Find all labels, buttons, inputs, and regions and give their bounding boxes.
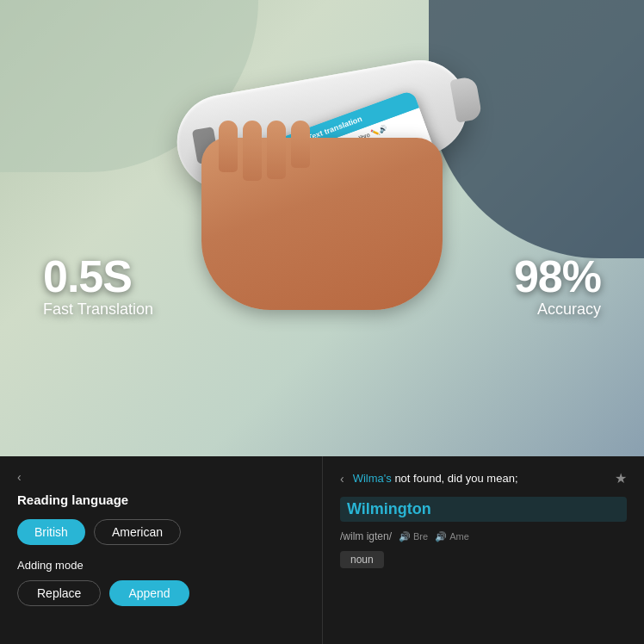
word-phonetic: /wilm igten/ 🔊 Bre 🔊 Ame	[340, 530, 627, 542]
right-panel-header: ‹ Wilma's not found, did you mean; ★	[340, 470, 627, 486]
hand-image	[201, 138, 443, 310]
speaker-ame-icon: 🔊	[435, 531, 447, 542]
word-type-badge: noun	[340, 551, 384, 568]
not-found-text: Wilma's not found, did you mean;	[353, 472, 615, 485]
finger-4	[291, 121, 310, 168]
stat-left-label: Fast Translation	[43, 300, 153, 319]
language-buttons: British American	[17, 519, 305, 545]
speaker-bre-icon: 🔊	[399, 531, 411, 542]
stat-right-value: 98%	[514, 254, 601, 299]
phonetic-text: /wilm igten/	[340, 530, 392, 542]
bottom-section: ‹ Reading language British American Addi…	[0, 456, 644, 644]
bre-audio[interactable]: 🔊 Bre	[399, 531, 428, 542]
pen-tip	[449, 76, 482, 122]
ame-label: Ame	[449, 531, 469, 542]
ame-audio[interactable]: 🔊 Ame	[435, 531, 469, 542]
product-image-section: ‹ Text translation L'insegnante ci ha ra…	[0, 0, 644, 456]
screen-edit-icon: ✏️🔊	[370, 124, 389, 137]
adding-mode-label: Adding mode	[17, 559, 305, 572]
reading-language-panel: ‹ Reading language British American Addi…	[0, 456, 322, 644]
reading-language-title: Reading language	[17, 492, 305, 507]
bre-label: Bre	[413, 531, 428, 542]
highlight-word: Wilma's	[353, 472, 392, 485]
stat-right: 98% Accuracy	[514, 254, 601, 319]
finger-2	[243, 121, 262, 181]
mode-buttons: Replace Append	[17, 580, 305, 606]
main-word: Wilmington	[340, 497, 627, 522]
stat-right-label: Accuracy	[514, 300, 601, 319]
finger-1	[219, 121, 238, 172]
append-button[interactable]: Append	[109, 580, 189, 606]
star-icon[interactable]: ★	[615, 470, 627, 486]
stat-left: 0.5S Fast Translation	[43, 254, 153, 319]
dictionary-panel: ‹ Wilma's not found, did you mean; ★ Wil…	[322, 456, 644, 644]
stat-left-value: 0.5S	[43, 254, 153, 299]
finger-3	[267, 121, 286, 179]
device-container: ‹ Text translation L'insegnante ci ha ra…	[150, 43, 494, 344]
left-back-arrow[interactable]: ‹	[17, 470, 305, 484]
replace-button[interactable]: Replace	[17, 580, 101, 606]
fingers	[219, 121, 310, 181]
not-found-label: not found, did you mean;	[394, 472, 517, 485]
right-back-arrow[interactable]: ‹	[340, 472, 344, 486]
american-button[interactable]: American	[94, 519, 181, 545]
british-button[interactable]: British	[17, 519, 85, 545]
